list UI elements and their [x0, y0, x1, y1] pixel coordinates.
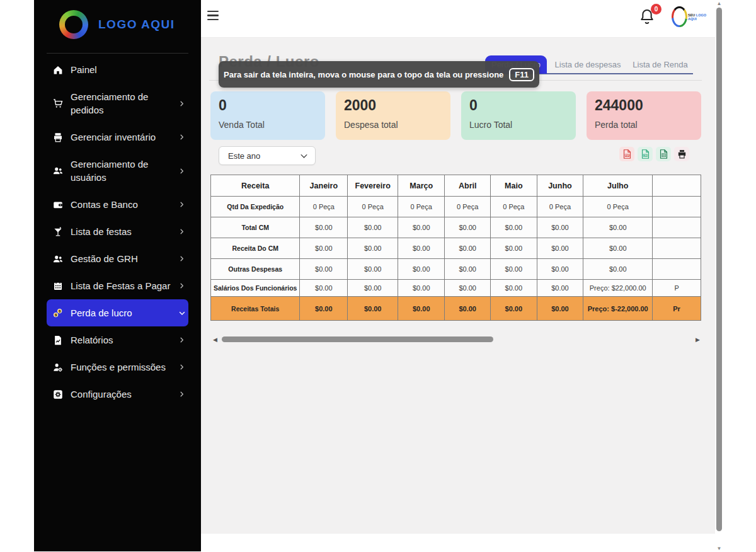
- column-header-junho: Junho: [537, 175, 583, 197]
- table-cell: $0.00: [348, 217, 398, 238]
- chevron-right-icon: [178, 168, 186, 175]
- period-select[interactable]: Este ano: [219, 146, 316, 165]
- table-cell: 0 Peça: [300, 197, 348, 217]
- hamburger-menu-icon[interactable]: [207, 11, 219, 23]
- tab-lista-de-despesas[interactable]: Lista de despesas: [547, 55, 629, 74]
- sidebar-item-label: Gerenciar inventário: [71, 130, 172, 144]
- sidebar-item-label: Painel: [71, 63, 186, 76]
- avatar-logo-icon: [672, 6, 687, 27]
- chevron-right-icon: [178, 282, 186, 289]
- vertical-scrollbar[interactable]: ▲ ▼: [715, 0, 723, 552]
- column-header-julho: Julho: [583, 175, 653, 197]
- stat-card-despesa-total: 2000Despesa total: [336, 91, 450, 140]
- table-cell: $0.00: [491, 297, 537, 321]
- table-cell: $0.00: [300, 238, 348, 259]
- table-cell: $0.00: [491, 280, 537, 297]
- table-cell: 0 Peça: [348, 197, 398, 217]
- svg-text:$: $: [55, 313, 57, 316]
- sidebar-item-painel[interactable]: Painel: [47, 56, 188, 83]
- table-wrapper: ReceitaJaneiroFevereiroMarçoAbrilMaioJun…: [210, 175, 701, 321]
- stat-card-perda-total: 244000Perda total: [587, 91, 701, 140]
- table-cell: $0.00: [445, 238, 491, 259]
- stat-cards: 0Venda Total2000Despesa total0Lucro Tota…: [210, 91, 702, 140]
- table-cell: 0 Peça: [445, 197, 491, 217]
- scroll-up-arrow-icon[interactable]: ▲: [715, 1, 723, 6]
- table-cell: $0.00: [583, 259, 653, 280]
- table-cell: $0.00: [537, 217, 583, 238]
- table-cell-overflow: [653, 217, 701, 238]
- coins-icon: $$: [52, 308, 64, 319]
- notification-bell-icon[interactable]: 0: [638, 8, 658, 29]
- stat-value: 0: [219, 97, 325, 114]
- table-row-qtd-da-expedicao: Qtd Da Expedição0 Peça0 Peça0 Peça0 Peça…: [211, 197, 701, 217]
- chevron-right-icon: [178, 228, 186, 235]
- table-cell: $0.00: [537, 297, 583, 321]
- table-cell: $0.00: [300, 280, 348, 297]
- scroll-left-arrow-icon[interactable]: ◀: [213, 336, 217, 343]
- sidebar-item-lista-de-festas[interactable]: Lista de festas: [47, 218, 188, 245]
- user-avatar[interactable]: SEU LOGO AQUI: [672, 6, 708, 27]
- column-header-janeiro: Janeiro: [300, 175, 348, 197]
- svg-text:CSV: CSV: [643, 154, 648, 157]
- sidebar-item-configuracoes[interactable]: Configurações: [47, 381, 188, 408]
- table-cell: $0.00: [445, 280, 491, 297]
- period-select-value: Este ano: [228, 151, 299, 161]
- row-label: Receitas Totais: [211, 297, 300, 321]
- stat-value: 2000: [344, 97, 450, 114]
- sidebar-item-gestao-de-grh[interactable]: Gestão de GRH: [47, 245, 188, 272]
- table-cell: $0.00: [491, 238, 537, 259]
- sidebar-item-contas-e-banco[interactable]: Contas e Banco: [47, 191, 188, 218]
- stat-value: 0: [469, 97, 576, 114]
- export-excel-button[interactable]: [656, 147, 671, 161]
- sidebar-item-funcoes-e-permissoes[interactable]: Funções e permissões: [47, 354, 188, 381]
- column-header-marco: Março: [398, 175, 445, 197]
- export-csv-button[interactable]: CSV: [638, 147, 653, 161]
- chevron-right-icon: [178, 336, 186, 343]
- table-cell-overflow: [653, 259, 701, 280]
- sidebar-item-gerenciamento-de-usuarios[interactable]: Gerenciamento de usuários: [47, 151, 188, 191]
- sidebar-item-label: Funções e permissões: [71, 360, 172, 374]
- export-buttons: PDFCSV: [619, 147, 689, 161]
- calendar-icon: [52, 280, 64, 292]
- table-cell: $0.00: [491, 259, 537, 280]
- stat-label: Perda total: [595, 120, 701, 130]
- sidebar-item-label: Contas e Banco: [71, 198, 172, 211]
- permissions-icon: [52, 362, 64, 373]
- table-cell: 0 Peça: [583, 197, 653, 217]
- sidebar-item-gerenciar-inventario[interactable]: Gerenciar inventário: [47, 124, 188, 151]
- column-header-abril: Abril: [445, 175, 491, 197]
- report-table: ReceitaJaneiroFevereiroMarçoAbrilMaioJun…: [210, 175, 701, 321]
- logo-swirl-icon: [59, 10, 88, 39]
- scroll-down-arrow-icon[interactable]: ▼: [715, 546, 723, 551]
- tab-lista-de-renda[interactable]: Lista de Renda: [629, 55, 692, 74]
- sidebar-item-lista-de-festas-a-pagar[interactable]: Lista de Festas a Pagar: [47, 272, 188, 299]
- chevron-right-icon: [178, 391, 186, 398]
- table-cell: $0.00: [445, 217, 491, 238]
- table-cell: $0.00: [583, 217, 653, 238]
- sidebar-divider: [47, 53, 188, 54]
- horizontal-scrollbar[interactable]: ◀ ▶: [210, 335, 701, 345]
- sidebar-item-label: Relatórios: [71, 333, 172, 347]
- avatar-text: SEU LOGO AQUI: [688, 13, 708, 21]
- print-button[interactable]: [674, 147, 689, 161]
- row-label: Qtd Da Expedição: [211, 197, 300, 217]
- table-row-salarios-dos-funcionarios: Salários Dos Funcionários$0.00$0.00$0.00…: [211, 280, 701, 297]
- table-cell: $0.00: [300, 259, 348, 280]
- horizontal-scrollbar-thumb[interactable]: [222, 336, 493, 342]
- chevron-down-icon: [299, 151, 309, 161]
- vertical-scrollbar-thumb[interactable]: [716, 8, 722, 531]
- export-pdf-button[interactable]: PDF: [619, 147, 634, 161]
- table-cell: $0.00: [348, 259, 398, 280]
- logo-text: LOGO AQUI: [98, 18, 175, 32]
- table-row-receitas-totais: Receitas Totais$0.00$0.00$0.00$0.00$0.00…: [211, 297, 701, 321]
- sidebar-item-perda-de-lucro[interactable]: $$Perda de lucro: [47, 299, 188, 326]
- party-icon: [52, 226, 64, 238]
- table-cell: $0.00: [537, 280, 583, 297]
- sidebar-item-gerenciamento-de-pedidos[interactable]: Gerenciamento de pedidos: [47, 83, 188, 124]
- column-header-fevereiro: Fevereiro: [348, 175, 398, 197]
- table-cell: $0.00: [398, 280, 445, 297]
- table-cell-overflow: P: [653, 280, 701, 297]
- sidebar-item-label: Lista de festas: [71, 225, 172, 238]
- scroll-right-arrow-icon[interactable]: ▶: [696, 336, 700, 343]
- sidebar-item-relatorios[interactable]: Relatórios: [47, 326, 188, 354]
